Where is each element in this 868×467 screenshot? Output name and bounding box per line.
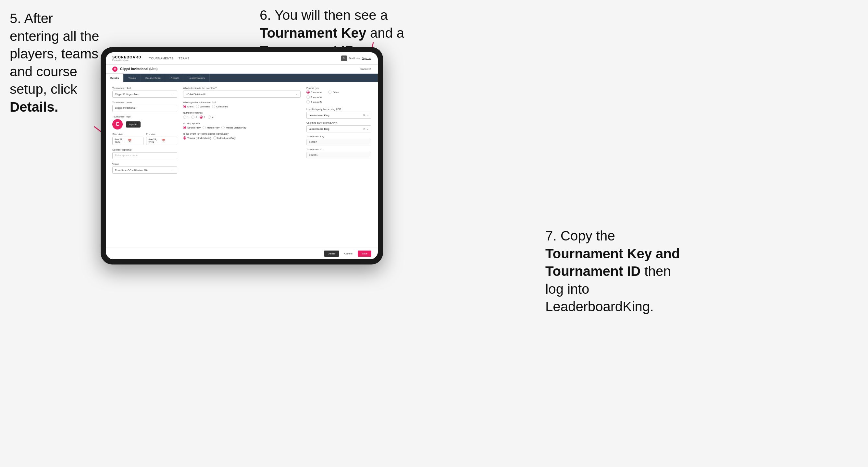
delete-button[interactable]: Delete	[324, 251, 339, 257]
scoring-radio-group: Stroke Play Match Play Medal Match Play	[183, 126, 301, 129]
nav-teams[interactable]: TEAMS	[179, 57, 190, 60]
division-field-group: Which division is the event for? NCAA Di…	[183, 87, 301, 98]
sponsor-label: Sponsor (optional)	[112, 148, 177, 151]
gender-womens-radio[interactable]	[196, 105, 199, 108]
header-right: SI Test User Sign out	[341, 56, 371, 61]
api2-clear-icon[interactable]: ✕ ⌄	[363, 127, 369, 130]
teams-with-individuals[interactable]: Teams (+Individuals)	[183, 136, 211, 139]
host-field-group: Tournament Host Clippd College - Men ⌄	[112, 87, 177, 98]
format-other[interactable]: Other	[328, 91, 339, 94]
start-date-input[interactable]: Jan 21, 2024 📅	[112, 136, 144, 145]
division-label: Which division is the event for?	[183, 87, 301, 90]
tab-teams[interactable]: Teams	[124, 74, 141, 82]
rounds-radio-group: 1 2 3 4	[183, 116, 301, 119]
center-column: Which division is the event for? NCAA Di…	[183, 87, 301, 243]
user-name: Test User	[349, 57, 360, 60]
format-6count4-radio[interactable]	[306, 95, 310, 99]
scoring-field-group: Scoring system Stroke Play Match Play	[183, 122, 301, 129]
teams-with-radio[interactable]	[183, 136, 186, 139]
scoring-match-radio[interactable]	[203, 126, 206, 129]
format-5count4-radio[interactable]	[306, 91, 310, 94]
format-col-right: Other	[328, 91, 339, 105]
teams-label: Is this event for Teams and/or Individua…	[183, 132, 301, 135]
api2-label: Use third-party scoring API?	[306, 121, 371, 124]
app-header: SCOREBOARD Powered by clippd TOURNAMENTS…	[106, 52, 378, 65]
sponsor-input[interactable]: Enter sponsor name	[112, 152, 177, 159]
tab-details[interactable]: Details	[106, 74, 124, 82]
individuals-only-radio[interactable]	[213, 136, 217, 139]
rounds-1[interactable]: 1	[183, 116, 189, 119]
tab-course-setup[interactable]: Course Setup	[141, 74, 166, 82]
gender-combined[interactable]: Combined	[212, 105, 228, 108]
scoring-match[interactable]: Match Play	[203, 126, 220, 129]
tablet-screen: SCOREBOARD Powered by clippd TOURNAMENTS…	[106, 52, 378, 259]
division-input[interactable]: NCAA Division III ⌄	[183, 91, 301, 98]
nav-tournaments[interactable]: TOURNAMENTS	[149, 57, 173, 60]
gender-combined-radio[interactable]	[212, 105, 215, 108]
tournament-key-value: bef6b7	[306, 139, 371, 145]
format-6count5[interactable]: 6 count 5	[306, 100, 322, 103]
tournament-id-value: 302051	[306, 152, 371, 158]
save-button[interactable]: Save	[358, 251, 371, 257]
teams-field-group: Is this event for Teams and/or Individua…	[183, 132, 301, 139]
logo-circle: C	[112, 119, 123, 129]
right-column: Format type 5 count 4 6 count 4	[306, 87, 371, 243]
gender-womens[interactable]: Womens	[196, 105, 210, 108]
rounds-4-radio[interactable]	[208, 116, 211, 119]
cancel-tournament-btn[interactable]: Cancel ✕	[360, 67, 371, 70]
annotation-left: 5. After entering all the players, teams…	[10, 10, 104, 116]
venue-input[interactable]: Peachtree GC - Atlanta - GA ⌄	[112, 166, 177, 174]
main-content: Tournament Host Clippd College - Men ⌄ T…	[106, 82, 378, 248]
format-other-radio[interactable]	[328, 91, 332, 94]
brand-sub: Powered by clippd	[112, 59, 141, 61]
format-options: 5 count 4 6 count 4 6 count 5	[306, 91, 371, 105]
logo-upload-area: C Upload	[112, 119, 177, 129]
scoring-label: Scoring system	[183, 122, 301, 125]
format-6count4[interactable]: 6 count 4	[306, 95, 322, 99]
scoring-medal-match[interactable]: Medal Match Play	[221, 126, 246, 129]
tournament-title: Clippd Invitational (Men)	[120, 67, 158, 71]
tab-results[interactable]: Results	[166, 74, 184, 82]
tournament-id-label: Tournament ID	[306, 148, 371, 151]
scoring-stroke[interactable]: Stroke Play	[183, 126, 200, 129]
api1-input[interactable]: Leaderboard King ✕ ⌄	[306, 112, 371, 119]
rounds-4[interactable]: 4	[208, 116, 213, 119]
upload-button[interactable]: Upload	[126, 121, 141, 128]
start-date-label: Start date	[112, 133, 144, 136]
date-row: Start date Jan 21, 2024 📅 End date Jan 2…	[112, 133, 177, 145]
tabs-bar: Details Teams Course Setup Results Leade…	[106, 74, 378, 82]
tournament-key-label: Tournament Key	[306, 135, 371, 138]
rounds-label: Number of rounds	[183, 111, 301, 114]
scoring-medal-match-radio[interactable]	[221, 126, 225, 129]
rounds-2[interactable]: 2	[191, 116, 197, 119]
tournament-logo: C	[112, 66, 118, 72]
end-date-label: End date	[146, 133, 177, 136]
individuals-only[interactable]: Individuals Only	[213, 136, 236, 139]
rounds-1-radio[interactable]	[183, 116, 186, 119]
api1-clear-icon[interactable]: ✕ ⌄	[363, 114, 369, 117]
scoreboard-brand: SCOREBOARD Powered by clippd	[112, 56, 141, 61]
rounds-2-radio[interactable]	[191, 116, 194, 119]
brand-name: SCOREBOARD	[112, 56, 141, 59]
name-input[interactable]: Clippd Invitational	[112, 105, 177, 112]
tournament-header: C Clippd Invitational (Men) Cancel ✕	[106, 65, 378, 74]
division-caret-icon: ⌄	[296, 93, 298, 96]
sign-out-link[interactable]: Sign out	[362, 57, 371, 60]
name-label: Tournament name	[112, 101, 177, 104]
scoring-stroke-radio[interactable]	[183, 126, 186, 129]
format-6count5-radio[interactable]	[306, 100, 310, 103]
footer-cancel-button[interactable]: Cancel	[342, 251, 355, 257]
gender-mens-radio[interactable]	[183, 105, 186, 108]
rounds-3[interactable]: 3	[199, 116, 205, 119]
format-5count4[interactable]: 5 count 4	[306, 91, 322, 94]
format-col-left: 5 count 4 6 count 4 6 count 5	[306, 91, 322, 105]
rounds-3-radio[interactable]	[199, 116, 203, 119]
host-caret-icon: ⌄	[173, 93, 175, 96]
end-calendar-icon: 📅	[162, 139, 175, 143]
gender-mens[interactable]: Mens	[183, 105, 194, 108]
tab-leaderboards[interactable]: Leaderboards	[184, 74, 209, 82]
end-date-input[interactable]: Jan 23, 2024 📅	[146, 136, 177, 145]
venue-caret-icon: ⌄	[173, 169, 175, 172]
api2-input[interactable]: Leaderboard King ✕ ⌄	[306, 125, 371, 132]
host-input[interactable]: Clippd College - Men ⌄	[112, 91, 177, 98]
